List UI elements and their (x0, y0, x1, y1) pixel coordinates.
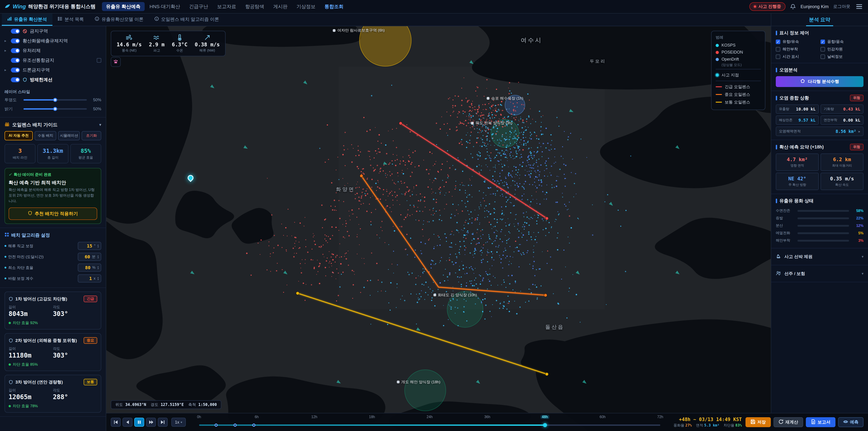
skip-end-button[interactable] (158, 418, 168, 427)
slider-knob[interactable] (53, 107, 57, 111)
pause-button[interactable] (134, 418, 144, 427)
nav-item-4[interactable]: 항공탐색 (241, 2, 268, 11)
logout-button[interactable]: 로그아웃 (833, 4, 850, 9)
timeline-track[interactable]: 0h6h12h18h24h36h48h60h72h (189, 413, 670, 431)
stepper-arrows[interactable]: ▴▾ (97, 266, 98, 270)
timeline-tick[interactable]: 36h (483, 415, 492, 419)
tab-2[interactable]: 유출유확산모델 이론 (89, 13, 149, 26)
nav-item-5[interactable]: 게시판 (269, 2, 291, 11)
layer-extra-icon[interactable] (97, 58, 101, 63)
fence-deploy-marker[interactable] (234, 424, 237, 427)
timeline-stat: 차단율 83% (723, 423, 742, 428)
expand-chevron-icon[interactable]: ▸ (4, 39, 8, 43)
setting-input[interactable]: 60분▴▾ (78, 253, 101, 261)
stepper-arrows[interactable]: ▴▾ (97, 276, 98, 280)
report-button[interactable]: 보고서 (806, 417, 835, 427)
stepper-arrows[interactable]: ▴▾ (97, 255, 98, 259)
collapsed-section[interactable]: 사고 선박 제원▾ (771, 248, 868, 265)
checkbox-box[interactable] (820, 47, 825, 52)
defense-line-card[interactable]: 3차 방어선 (연안 경량형)보통길이12065m각도288°차단 효율 78% (4, 375, 101, 413)
slider-track[interactable] (24, 99, 87, 100)
collapse-chevron-icon[interactable]: ▾ (99, 122, 101, 127)
display-checkbox[interactable]: ✓풍향/풍속 (820, 39, 864, 44)
timeline-tick[interactable]: 12h (310, 415, 319, 419)
accident-pin[interactable] (188, 175, 193, 181)
recalculate-button[interactable]: 재계산 (774, 417, 803, 427)
timeline-tick[interactable]: 60h (598, 415, 607, 419)
defense-line-card[interactable]: 1차 방어선 (고강도 차단형)긴급길이8043m각도303°차단 효율 92% (4, 291, 101, 330)
timeline-tick[interactable]: 24h (425, 415, 434, 419)
layer-toggle[interactable] (11, 38, 20, 43)
checkbox-box[interactable] (776, 47, 780, 52)
slider-knob[interactable] (53, 98, 57, 102)
display-checkbox[interactable]: 날씨정보 (820, 54, 864, 59)
tab-3[interactable]: 오일펜스 배치 알고리즘 이론 (149, 13, 225, 26)
mode-button[interactable]: AI 자동 추천 (4, 131, 33, 140)
user-name[interactable]: Eunjeong Kim (800, 4, 829, 9)
timeline-track-line[interactable] (199, 425, 660, 426)
timeline-tick[interactable]: 18h (368, 415, 376, 419)
menu-icon[interactable] (855, 3, 864, 10)
nav-item-3[interactable]: 보고자료 (213, 2, 240, 11)
tab-1[interactable]: 분석 목록 (53, 13, 90, 26)
slider-track[interactable] (24, 108, 87, 110)
display-checkbox[interactable]: 민감자원 (820, 47, 864, 52)
nav-item-1[interactable]: HNS·대기확산 (146, 2, 184, 11)
forecast-button[interactable]: 예측 (838, 417, 864, 427)
layer-toggle[interactable] (11, 48, 20, 53)
nav-item-2[interactable]: 긴급구난 (185, 2, 212, 11)
collapsed-section[interactable]: 선주 / 보험▾ (771, 265, 868, 282)
mode-button[interactable]: 시뮬레이션 (58, 131, 80, 140)
checkbox-box[interactable] (776, 55, 780, 59)
timeline-tick[interactable]: 72h (656, 415, 665, 419)
pollution-area-row[interactable]: 오염해역면적8.56 km²▸ (776, 127, 864, 136)
map-tool-button[interactable] (111, 57, 121, 67)
layer-toggle[interactable] (11, 29, 20, 34)
timeline-tick[interactable]: 0h (196, 415, 203, 419)
placement-stats: 3배치 라인31.3km총 길이85%평균 효율 (0, 140, 106, 165)
display-checkbox[interactable]: 시간 표시 (776, 54, 819, 59)
left-sidebar[interactable]: 금지구역▸황산화물배출규제지역▸유처리제유조선통항금지▸드론금지구역방제한계선 … (0, 26, 106, 431)
timeline-tick[interactable]: 48h (540, 415, 550, 419)
expand-chevron-icon[interactable]: ▸ (4, 68, 8, 72)
analysis-summary-body[interactable]: 표시 정보 제어✓유향/유속✓풍향/풍속해안부착민감자원시간 표시날씨정보오염분… (771, 26, 868, 431)
layer-toggle[interactable] (11, 68, 20, 72)
tab-0[interactable]: 유출유 확산분석 (2, 13, 53, 26)
checkbox-box[interactable]: ✓ (776, 39, 780, 44)
timeline-current-handle[interactable] (543, 423, 547, 427)
incident-status-badge[interactable]: 사고 진행중 (749, 2, 785, 11)
save-button[interactable]: 저장 (745, 417, 771, 427)
layer-toggle[interactable] (11, 58, 20, 63)
mode-button[interactable]: 수동 배치 (35, 131, 56, 140)
checkbox-box[interactable] (820, 55, 825, 59)
nav-item-0[interactable]: 유출유 확산예측 (102, 2, 145, 11)
skip-start-button[interactable] (111, 418, 121, 427)
weathering-bar-row: 증발22% (776, 214, 864, 222)
tab-analysis-summary[interactable]: 분석 요약 (771, 13, 868, 26)
defense-line-card[interactable]: 2차 방어선 (외해용 중형 포위형)중요길이11180m각도303°차단 효율… (4, 333, 101, 371)
map-area[interactable]: 여수시화양면돌산읍두모리여자만 람사르보호구역 (6h)송포 해수욕장 (1h)… (106, 26, 771, 431)
apply-recommendation-button[interactable]: 추천 배치안 적용하기 (8, 208, 97, 220)
map-canvas[interactable] (106, 26, 771, 431)
timeline-tick[interactable]: 6h (253, 415, 260, 419)
polygon-analysis-button[interactable]: 다각형 분석수행 (776, 76, 864, 87)
nav-item-6[interactable]: 기상정보 (292, 2, 320, 11)
fast-forward-button[interactable] (146, 418, 156, 427)
setting-input[interactable]: 1x▴▾ (78, 274, 101, 282)
expand-chevron-icon[interactable]: ▸ (4, 49, 8, 53)
display-checkbox[interactable]: 해안부착 (776, 47, 819, 52)
setting-input[interactable]: 80%▴▾ (78, 264, 101, 272)
fence-deploy-marker[interactable] (215, 424, 218, 427)
fence-deploy-marker[interactable] (252, 424, 255, 427)
mode-button[interactable]: 초기화 (82, 131, 101, 140)
layer-toggle[interactable] (11, 77, 20, 82)
checkbox-box[interactable]: ✓ (820, 39, 825, 44)
stepper-arrows[interactable]: ▴▾ (97, 244, 98, 248)
setting-input[interactable]: 15°▴▾ (78, 242, 101, 250)
pollution-analysis-header: 오염분석 (776, 67, 864, 73)
nav-item-7[interactable]: 통합조회 (320, 2, 348, 11)
notifications-bell-icon[interactable] (790, 4, 796, 9)
display-checkbox[interactable]: ✓유향/유속 (776, 39, 819, 44)
step-back-button[interactable] (123, 418, 132, 427)
speed-select[interactable]: 1x▾ (171, 418, 186, 427)
